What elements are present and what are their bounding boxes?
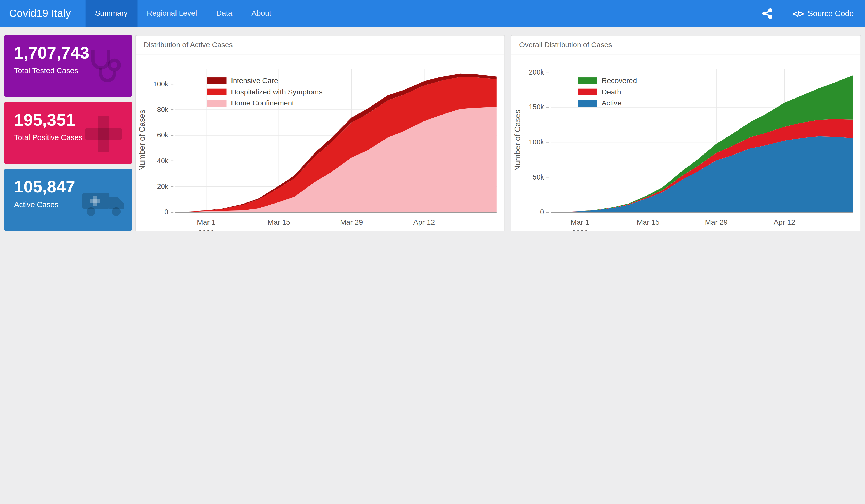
legend-item[interactable]: Recovered	[578, 77, 637, 85]
y-tick-label: 100k	[529, 138, 544, 146]
dashboard: Covid19 Italy Summary Regional Level Dat…	[0, 0, 865, 231]
x-tick-label: Mar 15	[637, 218, 659, 226]
stat-label: Total Positive Cases	[14, 133, 132, 142]
x-tick-label: Mar 29	[340, 218, 363, 226]
legend-label: Intensive Care	[231, 77, 278, 85]
x-tick-label: Apr 12	[774, 218, 795, 226]
tab-about[interactable]: About	[242, 0, 281, 27]
active-distribution-chart: Mar 12020Mar 15Mar 29Apr 12020k40k60k80k…	[136, 55, 505, 231]
x-tick-label: Mar 29	[705, 218, 728, 226]
y-axis-title: Number of Cases	[138, 110, 146, 171]
stat-label: Total Tested Cases	[14, 67, 132, 75]
x-tick-label: Apr 12	[413, 218, 435, 226]
y-tick-label: 0	[164, 208, 168, 216]
x-tick-label: 2020	[572, 228, 588, 231]
x-tick-label: Mar 15	[268, 218, 290, 226]
y-tick-label: 50k	[533, 173, 544, 181]
y-tick-label: 60k	[157, 131, 169, 139]
y-tick-label: 100k	[153, 80, 168, 88]
legend-label: Active	[601, 99, 621, 107]
legend-swatch	[207, 78, 226, 84]
stat-card-active: 105,847 Active Cases	[4, 169, 132, 231]
navbar: Covid19 Italy Summary Regional Level Dat…	[0, 0, 865, 27]
y-tick-label: 150k	[529, 103, 544, 111]
x-tick-label: Mar 1	[570, 218, 589, 226]
legend-swatch	[578, 100, 597, 106]
source-code-label: Source Code	[808, 9, 854, 18]
stat-value: 1,707,743	[14, 43, 132, 62]
y-tick-label: 80k	[157, 105, 169, 114]
stat-card-total-positive: 195,351 Total Positive Cases	[4, 102, 132, 164]
panel-overall-distribution: Overall Distribution of Cases Mar 12020M…	[511, 35, 861, 231]
x-tick-label: 2020	[198, 228, 215, 231]
stat-value: 195,351	[14, 110, 132, 129]
y-tick-label: 40k	[157, 157, 169, 165]
area-series-Active	[551, 137, 853, 212]
legend-swatch	[207, 89, 226, 95]
tab-data[interactable]: Data	[207, 0, 242, 27]
tab-summary[interactable]: Summary	[85, 0, 137, 27]
stat-label: Active Cases	[14, 200, 132, 209]
legend-swatch	[578, 78, 597, 84]
legend-label: Death	[601, 88, 621, 96]
tab-regional-level[interactable]: Regional Level	[137, 0, 207, 27]
panel-title: Distribution of Active Cases	[136, 35, 505, 55]
legend-label: Recovered	[601, 77, 637, 85]
navbar-right: </> Source Code	[761, 7, 854, 20]
y-tick-label: 200k	[529, 68, 544, 76]
overall-distribution-chart: Mar 12020Mar 15Mar 29Apr 12050k100k150k2…	[511, 55, 861, 231]
stat-card-total-tested: 1,707,743 Total Tested Cases	[4, 35, 132, 97]
stat-value: 105,847	[14, 177, 132, 196]
legend-swatch	[578, 89, 597, 95]
panel-active-distribution: Distribution of Active Cases Mar 12020Ma…	[135, 35, 505, 231]
legend-label: Home Confinement	[231, 99, 294, 107]
source-code-link[interactable]: </> Source Code	[793, 9, 854, 18]
app-brand[interactable]: Covid19 Italy	[9, 7, 71, 20]
legend-item[interactable]: Intensive Care	[207, 77, 278, 85]
y-tick-label: 0	[540, 208, 544, 216]
y-axis-title: Number of Cases	[513, 110, 522, 171]
y-tick-label: 20k	[157, 183, 169, 190]
legend-item[interactable]: Home Confinement	[207, 99, 294, 107]
legend-item[interactable]: Death	[578, 88, 621, 96]
share-icon[interactable]	[761, 7, 774, 20]
panel-title: Overall Distribution of Cases	[511, 35, 861, 55]
legend-item[interactable]: Active	[578, 99, 622, 107]
code-icon: </>	[793, 9, 803, 18]
legend-swatch	[207, 100, 226, 106]
legend-item[interactable]: Hospitalized with Symptoms	[207, 88, 322, 96]
x-tick-label: Mar 1	[197, 218, 216, 226]
legend-label: Hospitalized with Symptoms	[231, 88, 323, 96]
